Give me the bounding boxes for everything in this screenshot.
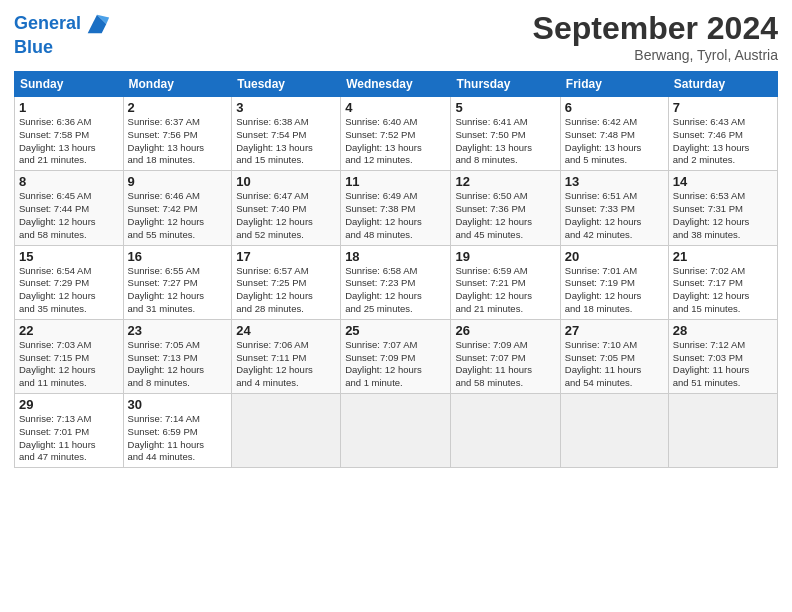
logo-text: General [14,14,81,34]
day-info: Sunrise: 7:03 AMSunset: 7:15 PMDaylight:… [19,339,119,390]
day-cell: 2Sunrise: 6:37 AMSunset: 7:56 PMDaylight… [123,97,232,171]
week-row-1: 1Sunrise: 6:36 AMSunset: 7:58 PMDaylight… [15,97,778,171]
day-info: Sunrise: 7:09 AMSunset: 7:07 PMDaylight:… [455,339,555,390]
calendar-table: Sunday Monday Tuesday Wednesday Thursday… [14,71,778,468]
day-number: 25 [345,323,446,338]
day-cell: 29Sunrise: 7:13 AMSunset: 7:01 PMDayligh… [15,394,124,468]
day-number: 7 [673,100,773,115]
day-number: 27 [565,323,664,338]
day-info: Sunrise: 7:14 AMSunset: 6:59 PMDaylight:… [128,413,228,464]
day-cell [560,394,668,468]
day-number: 3 [236,100,336,115]
day-cell: 28Sunrise: 7:12 AMSunset: 7:03 PMDayligh… [668,319,777,393]
day-cell: 22Sunrise: 7:03 AMSunset: 7:15 PMDayligh… [15,319,124,393]
logo-blue: Blue [14,38,111,58]
day-number: 18 [345,249,446,264]
day-number: 14 [673,174,773,189]
day-cell: 13Sunrise: 6:51 AMSunset: 7:33 PMDayligh… [560,171,668,245]
day-number: 23 [128,323,228,338]
day-number: 15 [19,249,119,264]
day-number: 5 [455,100,555,115]
day-info: Sunrise: 6:58 AMSunset: 7:23 PMDaylight:… [345,265,446,316]
day-cell: 11Sunrise: 6:49 AMSunset: 7:38 PMDayligh… [341,171,451,245]
day-number: 4 [345,100,446,115]
day-number: 13 [565,174,664,189]
day-number: 22 [19,323,119,338]
day-number: 9 [128,174,228,189]
day-number: 29 [19,397,119,412]
day-cell: 12Sunrise: 6:50 AMSunset: 7:36 PMDayligh… [451,171,560,245]
day-number: 26 [455,323,555,338]
day-cell [668,394,777,468]
day-cell: 8Sunrise: 6:45 AMSunset: 7:44 PMDaylight… [15,171,124,245]
day-info: Sunrise: 6:55 AMSunset: 7:27 PMDaylight:… [128,265,228,316]
day-number: 17 [236,249,336,264]
page-container: General Blue September 2024 Berwang, Tyr… [0,0,792,478]
day-info: Sunrise: 6:42 AMSunset: 7:48 PMDaylight:… [565,116,664,167]
day-info: Sunrise: 6:54 AMSunset: 7:29 PMDaylight:… [19,265,119,316]
day-cell: 26Sunrise: 7:09 AMSunset: 7:07 PMDayligh… [451,319,560,393]
day-number: 10 [236,174,336,189]
day-cell: 3Sunrise: 6:38 AMSunset: 7:54 PMDaylight… [232,97,341,171]
day-cell: 1Sunrise: 6:36 AMSunset: 7:58 PMDaylight… [15,97,124,171]
day-info: Sunrise: 6:50 AMSunset: 7:36 PMDaylight:… [455,190,555,241]
day-cell: 30Sunrise: 7:14 AMSunset: 6:59 PMDayligh… [123,394,232,468]
day-info: Sunrise: 6:51 AMSunset: 7:33 PMDaylight:… [565,190,664,241]
day-cell [232,394,341,468]
day-info: Sunrise: 6:47 AMSunset: 7:40 PMDaylight:… [236,190,336,241]
day-cell: 23Sunrise: 7:05 AMSunset: 7:13 PMDayligh… [123,319,232,393]
day-cell: 21Sunrise: 7:02 AMSunset: 7:17 PMDayligh… [668,245,777,319]
day-info: Sunrise: 6:59 AMSunset: 7:21 PMDaylight:… [455,265,555,316]
week-row-4: 22Sunrise: 7:03 AMSunset: 7:15 PMDayligh… [15,319,778,393]
month-title: September 2024 [533,10,778,47]
header-friday: Friday [560,72,668,97]
day-number: 28 [673,323,773,338]
day-info: Sunrise: 6:43 AMSunset: 7:46 PMDaylight:… [673,116,773,167]
day-number: 11 [345,174,446,189]
day-info: Sunrise: 6:37 AMSunset: 7:56 PMDaylight:… [128,116,228,167]
week-row-2: 8Sunrise: 6:45 AMSunset: 7:44 PMDaylight… [15,171,778,245]
header-sunday: Sunday [15,72,124,97]
day-cell: 5Sunrise: 6:41 AMSunset: 7:50 PMDaylight… [451,97,560,171]
day-number: 20 [565,249,664,264]
day-info: Sunrise: 7:02 AMSunset: 7:17 PMDaylight:… [673,265,773,316]
day-cell: 14Sunrise: 6:53 AMSunset: 7:31 PMDayligh… [668,171,777,245]
day-info: Sunrise: 6:57 AMSunset: 7:25 PMDaylight:… [236,265,336,316]
day-cell: 4Sunrise: 6:40 AMSunset: 7:52 PMDaylight… [341,97,451,171]
day-info: Sunrise: 7:10 AMSunset: 7:05 PMDaylight:… [565,339,664,390]
day-info: Sunrise: 6:49 AMSunset: 7:38 PMDaylight:… [345,190,446,241]
logo: General Blue [14,10,111,58]
location: Berwang, Tyrol, Austria [533,47,778,63]
week-row-3: 15Sunrise: 6:54 AMSunset: 7:29 PMDayligh… [15,245,778,319]
day-number: 6 [565,100,664,115]
day-cell: 16Sunrise: 6:55 AMSunset: 7:27 PMDayligh… [123,245,232,319]
day-cell: 7Sunrise: 6:43 AMSunset: 7:46 PMDaylight… [668,97,777,171]
header-thursday: Thursday [451,72,560,97]
week-row-5: 29Sunrise: 7:13 AMSunset: 7:01 PMDayligh… [15,394,778,468]
day-cell: 9Sunrise: 6:46 AMSunset: 7:42 PMDaylight… [123,171,232,245]
day-info: Sunrise: 7:05 AMSunset: 7:13 PMDaylight:… [128,339,228,390]
day-cell: 24Sunrise: 7:06 AMSunset: 7:11 PMDayligh… [232,319,341,393]
day-number: 30 [128,397,228,412]
day-cell [341,394,451,468]
day-info: Sunrise: 7:06 AMSunset: 7:11 PMDaylight:… [236,339,336,390]
day-info: Sunrise: 7:12 AMSunset: 7:03 PMDaylight:… [673,339,773,390]
day-cell: 17Sunrise: 6:57 AMSunset: 7:25 PMDayligh… [232,245,341,319]
day-info: Sunrise: 6:36 AMSunset: 7:58 PMDaylight:… [19,116,119,167]
header-monday: Monday [123,72,232,97]
day-number: 16 [128,249,228,264]
header-saturday: Saturday [668,72,777,97]
day-number: 24 [236,323,336,338]
title-area: September 2024 Berwang, Tyrol, Austria [533,10,778,63]
day-number: 8 [19,174,119,189]
day-number: 1 [19,100,119,115]
day-cell: 18Sunrise: 6:58 AMSunset: 7:23 PMDayligh… [341,245,451,319]
day-cell: 6Sunrise: 6:42 AMSunset: 7:48 PMDaylight… [560,97,668,171]
day-cell: 27Sunrise: 7:10 AMSunset: 7:05 PMDayligh… [560,319,668,393]
day-info: Sunrise: 6:45 AMSunset: 7:44 PMDaylight:… [19,190,119,241]
day-info: Sunrise: 6:38 AMSunset: 7:54 PMDaylight:… [236,116,336,167]
day-number: 21 [673,249,773,264]
day-info: Sunrise: 6:53 AMSunset: 7:31 PMDaylight:… [673,190,773,241]
day-cell: 25Sunrise: 7:07 AMSunset: 7:09 PMDayligh… [341,319,451,393]
header-wednesday: Wednesday [341,72,451,97]
